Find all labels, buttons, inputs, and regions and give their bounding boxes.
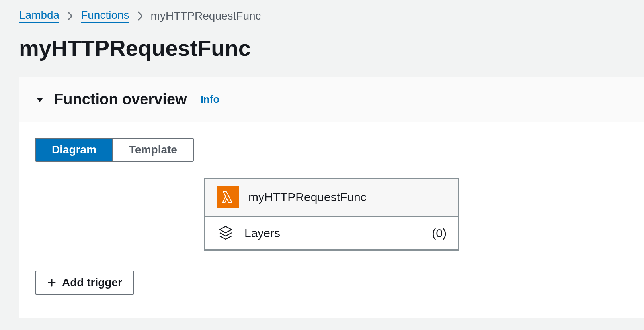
lambda-icon xyxy=(217,186,239,208)
caret-down-icon[interactable] xyxy=(35,95,45,104)
layers-icon xyxy=(217,224,235,242)
layers-node[interactable]: Layers (0) xyxy=(205,217,458,249)
chevron-right-icon xyxy=(137,10,144,22)
tab-diagram[interactable]: Diagram xyxy=(36,139,112,161)
chevron-right-icon xyxy=(66,10,74,22)
panel-header: Function overview Info xyxy=(19,77,644,122)
breadcrumb-functions[interactable]: Functions xyxy=(81,9,129,23)
layers-label: Layers xyxy=(244,226,280,240)
plus-icon xyxy=(47,278,57,287)
breadcrumb: Lambda Functions myHTTPRequestFunc xyxy=(0,0,644,23)
tab-template[interactable]: Template xyxy=(112,139,193,161)
panel-heading: Function overview xyxy=(54,91,187,108)
add-trigger-label: Add trigger xyxy=(62,276,122,289)
page-title: myHTTPRequestFunc xyxy=(0,23,644,77)
diagram-area: myHTTPRequestFunc Layers (0) xyxy=(35,178,628,251)
breadcrumb-lambda[interactable]: Lambda xyxy=(19,9,59,23)
info-link[interactable]: Info xyxy=(201,93,220,106)
function-name-label: myHTTPRequestFunc xyxy=(248,191,367,204)
panel-body: Diagram Template myHTTPRequestFunc xyxy=(19,122,644,318)
function-node[interactable]: myHTTPRequestFunc xyxy=(205,179,458,217)
add-trigger-button[interactable]: Add trigger xyxy=(35,271,134,295)
function-box: myHTTPRequestFunc Layers (0) xyxy=(204,178,459,251)
layers-count: (0) xyxy=(432,226,447,240)
breadcrumb-current: myHTTPRequestFunc xyxy=(151,10,261,22)
view-toggle: Diagram Template xyxy=(35,138,194,162)
function-overview-panel: Function overview Info Diagram Template … xyxy=(19,77,644,318)
